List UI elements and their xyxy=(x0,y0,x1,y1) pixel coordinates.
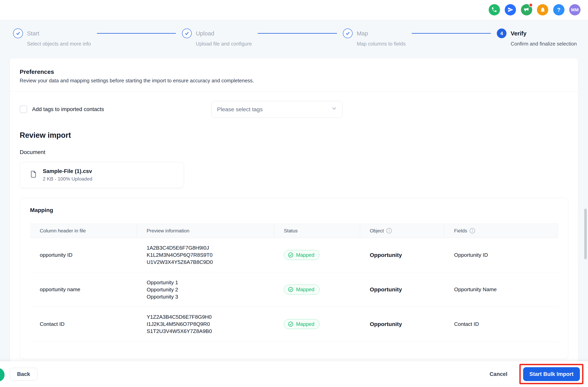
add-tags-label: Add tags to imported contacts xyxy=(32,106,104,112)
card-body: Add tags to imported contacts Please sel… xyxy=(10,91,578,359)
step-check-icon xyxy=(182,28,192,38)
step-connector xyxy=(412,33,491,34)
step-map[interactable]: Map Map columns to fields xyxy=(343,28,406,47)
check-circle-icon xyxy=(288,321,294,327)
info-icon[interactable]: i xyxy=(470,228,475,233)
start-bulk-import-button[interactable]: Start Bulk Import xyxy=(523,367,580,381)
row-field: Opportunity ID xyxy=(444,252,558,258)
megaphone-icon[interactable] xyxy=(521,4,532,15)
row-preview: Y1Z2A3B4C5D6E7F8G9H0 I1J2K3L4M5N6O7P8Q9R… xyxy=(137,313,274,335)
row-status: Mapped xyxy=(274,319,360,329)
preferences-description: Review your data and mapping settings be… xyxy=(20,78,568,84)
scrollbar-thumb[interactable] xyxy=(584,209,587,259)
step-sublabel: Upload file and configure xyxy=(196,41,252,47)
paper-plane-icon[interactable] xyxy=(505,4,516,15)
chevron-down-icon xyxy=(331,105,337,113)
cancel-button[interactable]: Cancel xyxy=(484,368,513,380)
row-column-header: opportunity ID xyxy=(30,252,137,258)
status-badge: Mapped xyxy=(284,250,319,260)
row-object: Opportunity xyxy=(360,286,444,293)
bell-icon[interactable] xyxy=(537,4,548,15)
check-circle-icon xyxy=(288,287,294,292)
mapping-title: Mapping xyxy=(30,207,558,214)
step-check-icon xyxy=(343,28,353,38)
row-status: Mapped xyxy=(274,250,360,260)
bulk-import-page: ? MM Start Select objects and more info … xyxy=(0,0,588,387)
mapping-table: Column header in file Preview informatio… xyxy=(30,224,558,342)
document-label: Document xyxy=(20,149,568,155)
preferences-title: Preferences xyxy=(20,68,568,75)
step-sublabel: Confirm and finalize selection xyxy=(511,41,577,47)
row-column-header: Contact ID xyxy=(30,321,137,327)
mapping-table-header: Column header in file Preview informatio… xyxy=(30,224,558,238)
annotation-highlight: Start Bulk Import xyxy=(519,364,584,384)
verify-card: Preferences Review your data and mapping… xyxy=(10,58,578,362)
step-sublabel: Select objects and more info xyxy=(27,41,91,47)
import-stepper: Start Select objects and more info Uploa… xyxy=(0,20,588,58)
step-connector xyxy=(97,33,176,34)
column-header-status: Status xyxy=(274,224,360,238)
back-button[interactable]: Back xyxy=(10,368,37,381)
row-preview: Opportunity 1 Opportunity 2 Opportunity … xyxy=(137,279,274,300)
step-sublabel: Map columns to fields xyxy=(357,41,406,47)
step-label: Start xyxy=(27,28,91,38)
column-header-fields: Fieldsi xyxy=(444,224,558,238)
footer-bar: Back Cancel Start Bulk Import xyxy=(0,361,588,387)
table-row: opportunity name Opportunity 1 Opportuni… xyxy=(30,272,558,307)
step-start[interactable]: Start Select objects and more info xyxy=(13,28,91,47)
notification-dot xyxy=(529,3,533,7)
page-content: Preferences Review your data and mapping… xyxy=(0,58,588,362)
step-upload[interactable]: Upload Upload file and configure xyxy=(182,28,252,47)
help-icon[interactable]: ? xyxy=(553,4,565,15)
uploaded-file-card: Sample-File (1).csv 2 KB - 100% Uploaded xyxy=(20,162,184,188)
row-status: Mapped xyxy=(274,285,360,295)
column-header-preview: Preview information xyxy=(137,224,274,238)
tags-select[interactable]: Please select tags xyxy=(211,101,342,117)
table-row: Contact ID Y1Z2A3B4C5D6E7F8G9H0 I1J2K3L4… xyxy=(30,307,558,341)
phone-icon[interactable] xyxy=(489,4,500,15)
top-bar: ? MM xyxy=(0,0,588,20)
step-verify[interactable]: 4 Verify Confirm and finalize selection xyxy=(497,28,577,47)
row-field: Opportunity Name xyxy=(444,286,558,293)
mapping-card: Mapping Column header in file Preview in… xyxy=(20,198,568,359)
preferences-header: Preferences Review your data and mapping… xyxy=(10,58,578,91)
step-connector xyxy=(258,33,337,34)
info-icon[interactable]: i xyxy=(386,228,392,233)
status-badge: Mapped xyxy=(284,285,319,295)
review-import-title: Review import xyxy=(20,131,568,140)
status-badge: Mapped xyxy=(284,319,319,329)
row-column-header: opportunity name xyxy=(30,286,137,293)
add-tags-checkbox[interactable] xyxy=(20,106,27,113)
column-header-object: Objecti xyxy=(360,224,444,238)
column-header-file: Column header in file xyxy=(30,224,137,238)
file-name: Sample-File (1).csv xyxy=(43,168,92,174)
file-meta: 2 KB - 100% Uploaded xyxy=(43,176,92,182)
row-object: Opportunity xyxy=(360,252,444,258)
chat-widget-icon[interactable] xyxy=(0,368,4,382)
step-check-icon xyxy=(13,28,23,38)
step-label: Verify xyxy=(511,28,577,38)
row-preview: 1A2B3C4D5E6F7G8H9I0J K1L2M3N4O5P6Q7R8S9T… xyxy=(137,244,274,266)
row-field: Contact ID xyxy=(444,321,558,327)
tags-select-placeholder: Please select tags xyxy=(217,106,263,113)
table-row: opportunity ID 1A2B3C4D5E6F7G8H9I0J K1L2… xyxy=(30,238,558,272)
tags-row: Add tags to imported contacts Please sel… xyxy=(20,101,568,117)
row-object: Opportunity xyxy=(360,321,444,327)
footer-actions: Cancel Start Bulk Import xyxy=(484,364,584,384)
check-circle-icon xyxy=(288,252,294,258)
step-number: 4 xyxy=(497,28,506,38)
step-label: Upload xyxy=(196,28,252,38)
file-icon xyxy=(30,171,37,179)
avatar[interactable]: MM xyxy=(569,4,581,15)
step-label: Map xyxy=(357,28,406,38)
